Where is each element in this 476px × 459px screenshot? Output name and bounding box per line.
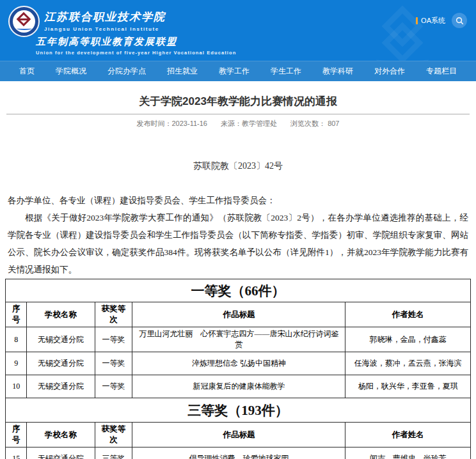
column-header: 获奖等次 [95, 302, 132, 327]
article-meta: 发布时间：2023-11-16 来源：教学管理处 浏览次数： 807 [6, 119, 470, 128]
publish-time: 发布时间：2023-11-16 [137, 120, 207, 127]
table-cell: 淬炼理想信念 弘扬中国精神 [132, 352, 345, 375]
table-cell: 无锡交通分院 [27, 375, 95, 398]
column-header: 作品标题 [132, 302, 345, 327]
table-cell: 15 [6, 447, 27, 459]
table-cell: 闻吉，曹维忠，尚玲芳 [345, 447, 471, 459]
award-section-title: 三等奖（193件） [6, 398, 471, 423]
table-cell: 一等奖 [95, 327, 132, 352]
table-cell: 8 [6, 327, 27, 352]
table-cell: 无锡交通分院 [27, 352, 95, 375]
search-button[interactable] [452, 13, 467, 28]
logo-wave-icon [17, 27, 32, 30]
table-cell: 任海波，蔡冲，孟云燕，张海滨 [345, 352, 471, 375]
column-header: 学校名称 [27, 423, 95, 447]
document-number: 苏联院教〔2023〕42号 [6, 160, 470, 172]
column-header: 作者姓名 [345, 423, 471, 447]
column-header: 作者姓名 [345, 302, 471, 327]
view-count: 浏览次数： 807 [290, 120, 339, 127]
table-cell: 三等奖 [95, 447, 132, 459]
union-name-cn: 五年制高等职业教育发展联盟 [36, 36, 236, 48]
oa-system-link[interactable]: OA系统 [416, 16, 445, 26]
table-cell: 一等奖 [95, 352, 132, 375]
table-cell: 万里山河尤壮丽 心怀寰宇志四方——唐宋山水纪行诗词鉴赏 [132, 327, 345, 352]
page-title: 关于学院2023年教学能力比赛情况的通报 [6, 94, 470, 109]
table-cell: 新冠康复后的健康体能教学 [132, 375, 345, 398]
table-row: 8无锡交通分院一等奖万里山河尤壮丽 心怀寰宇志四方——唐宋山水纪行诗词鉴赏郭晓琳… [6, 327, 471, 352]
award-section-title: 一等奖（66件） [6, 279, 471, 302]
table-header-row: 序号学校名称获奖等次作品标题作者姓名 [6, 423, 471, 447]
nav-item-2[interactable]: 分院办学点 [107, 66, 146, 77]
salutation: 各办学单位、各专业（课程）建设指导委员会、学生工作指导委员会： [6, 192, 470, 209]
institute-logo [8, 6, 40, 37]
nav-item-5[interactable]: 学生工作 [271, 66, 301, 77]
nav-item-8[interactable]: 专题栏目 [426, 66, 457, 77]
site-header: 江苏联合职业技术学院 Jiangsu Union Technical Insti… [0, 0, 476, 61]
source: 来源：教学管理处 [221, 120, 277, 127]
table-header-row: 序号学校名称获奖等次作品标题作者姓名 [6, 302, 471, 327]
nav-item-6[interactable]: 教学科研 [322, 66, 353, 77]
main-nav: 首页学院概况分院办学点招生就业教学工作学生工作教学科研对外合作专题栏目 [0, 61, 476, 81]
nav-item-4[interactable]: 教学工作 [219, 66, 250, 77]
column-header: 序号 [6, 302, 27, 327]
table-row: 9无锡交通分院一等奖淬炼理想信念 弘扬中国精神任海波，蔡冲，孟云燕，张海滨 [6, 352, 471, 375]
column-header: 作品标题 [132, 423, 345, 447]
nav-item-0[interactable]: 首页 [19, 66, 35, 77]
search-icon [456, 17, 464, 25]
table-cell: 无锡交通分院 [27, 327, 95, 352]
nav-item-7[interactable]: 对外合作 [374, 66, 405, 77]
table-cell: 倡导理性消费，珍爱地球家园 [132, 447, 345, 459]
nav-item-1[interactable]: 学院概况 [56, 66, 86, 77]
table-row: 10无锡交通分院一等奖新冠康复后的健康体能教学杨阳，耿兴华，李亚鲁，夏琪 [6, 375, 471, 398]
nav-item-3[interactable]: 招生就业 [167, 66, 198, 77]
oa-accent-bar [416, 17, 418, 24]
table-cell: 10 [6, 375, 27, 398]
title-divider [6, 114, 470, 114]
column-header: 获奖等次 [95, 423, 132, 447]
awards-table: 一等奖（66件）序号学校名称获奖等次作品标题作者姓名8无锡交通分院一等奖万里山河… [5, 279, 471, 459]
table-cell: 无锡交通分院 [27, 447, 95, 459]
oa-system-label: OA系统 [421, 16, 445, 26]
union-name-en: Union for the development of five-year H… [36, 50, 236, 56]
logo-emblem-icon [17, 12, 31, 27]
table-row: 15无锡交通分院三等奖倡导理性消费，珍爱地球家园闻吉，曹维忠，尚玲芳 [6, 447, 471, 459]
table-cell: 杨阳，耿兴华，李亚鲁，夏琪 [345, 375, 471, 398]
institute-name-en: Jiangsu Union Technical Institute [44, 26, 166, 32]
column-header: 学校名称 [27, 302, 95, 327]
institute-name-cn: 江苏联合职业技术学院 [44, 10, 166, 24]
notice-body: 根据《关于做好2023年学院教学大赛工作的通知》（苏联院教〔2023〕2号），在… [6, 209, 470, 278]
table-cell: 一等奖 [95, 375, 132, 398]
table-cell: 郭晓琳，金晶，付鑫蕊 [345, 327, 471, 352]
table-cell: 9 [6, 352, 27, 375]
column-header: 序号 [6, 423, 27, 447]
